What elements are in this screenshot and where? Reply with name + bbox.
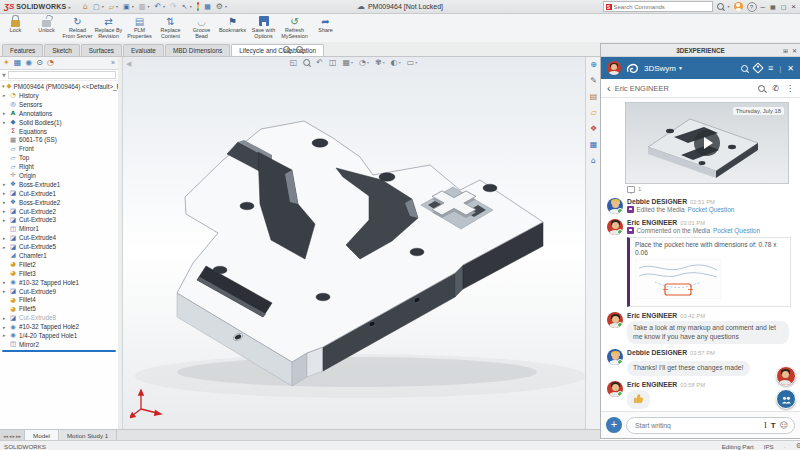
back-chevron-icon[interactable]: ‹ <box>607 83 611 93</box>
command-tab[interactable]: Surfaces <box>81 44 122 56</box>
configurationmanager-tab-icon[interactable]: ◉ <box>25 58 32 67</box>
swym-close-icon[interactable]: ✕ <box>787 64 794 73</box>
tree-item[interactable]: ▸ Cut-Extrude2 <box>0 207 118 216</box>
select-cursor-icon[interactable]: ↖ <box>182 2 188 12</box>
user-avatar[interactable] <box>607 61 621 75</box>
group-members-button[interactable] <box>776 389 796 409</box>
avatar[interactable] <box>607 198 623 214</box>
panel-splitter[interactable] <box>118 56 123 429</box>
undo-dropdown-icon[interactable]: ▾ <box>163 4 165 9</box>
settings-gear-icon[interactable]: ⚙ <box>216 2 223 12</box>
search-commands-box[interactable]: S <box>603 1 713 12</box>
expand-arrow-icon[interactable]: ▸ <box>3 217 7 223</box>
tree-item[interactable]: ▸ Origin <box>0 171 118 180</box>
expand-arrow-icon[interactable]: ▸ <box>3 208 7 214</box>
tag-icon[interactable] <box>752 62 763 73</box>
next-tab-icon[interactable]: ▸ <box>13 433 16 439</box>
search-dropdown-icon[interactable]: ▾ <box>728 4 730 9</box>
tree-item[interactable]: ▸ Mirror1 <box>0 224 118 233</box>
tree-item[interactable]: ▸ Cut-Extrude9 <box>0 287 118 296</box>
tree-item[interactable]: ▸ Solid Bodies(1) <box>0 118 118 127</box>
tree-item[interactable]: ▸ Top <box>0 153 118 162</box>
cad-part-model[interactable] <box>122 56 585 429</box>
quoted-comment[interactable]: Place the pocket here with dimensions of… <box>627 237 791 307</box>
tree-item[interactable]: ▸ History <box>0 91 118 100</box>
tree-item[interactable]: ▸ Cut-Extrude5 <box>0 242 118 251</box>
select-dropdown-icon[interactable]: ▾ <box>190 4 192 9</box>
tree-item[interactable]: ▸ Cut-Extrude3 <box>0 215 118 224</box>
tree-item[interactable]: ▸ Cut-Extrude1 <box>0 189 118 198</box>
media-link[interactable]: Pocket Question <box>713 227 760 234</box>
more-options-icon[interactable]: ⋮ <box>786 84 794 93</box>
unlock-button[interactable]: Unlock <box>31 14 62 34</box>
text-cursor-icon[interactable]: I <box>764 420 767 430</box>
status-gear-icon[interactable]: ⚙ <box>796 442 800 450</box>
design-library-icon[interactable]: ✎ <box>590 76 597 85</box>
settings-dropdown-icon[interactable]: ▾ <box>225 4 227 9</box>
tree-item[interactable]: ▸ Fillet5 <box>0 304 118 313</box>
tree-item[interactable]: ▸ Chamfer1 <box>0 251 118 260</box>
expand-arrow-icon[interactable]: ▸ <box>3 315 7 321</box>
tree-filter-input[interactable] <box>8 71 116 79</box>
undo-icon[interactable]: ↶ <box>154 2 161 12</box>
expand-arrow-icon[interactable]: ▸ <box>3 244 7 250</box>
panel-close-icon[interactable]: ✕ <box>792 47 797 54</box>
tree-item[interactable]: ▸ Annotations <box>0 109 118 118</box>
lock-button[interactable]: Lock <box>0 14 31 34</box>
toolbox-icon[interactable]: ▤ <box>590 92 598 101</box>
tree-item[interactable]: ▸ Boss-Extrude1 <box>0 180 118 189</box>
expand-arrow-icon[interactable]: ▸ <box>3 119 7 125</box>
windows-icon[interactable]: ▦ <box>204 2 211 12</box>
emoji-icon[interactable]: ☺ <box>780 421 788 430</box>
plm-properties-button[interactable]: ▤ PLM Properties <box>124 14 155 40</box>
play-icon[interactable] <box>694 130 720 156</box>
reload-from-server-button[interactable]: ↻ Reload From Server <box>62 14 93 40</box>
conversation-search-icon[interactable] <box>758 85 765 92</box>
member-avatar[interactable] <box>776 366 796 386</box>
tree-item[interactable]: ▸ Boss-Extrude2 <box>0 198 118 207</box>
expand-arrow-icon[interactable]: ▸ <box>3 332 7 338</box>
expand-arrow-icon[interactable]: ▸ <box>3 235 7 241</box>
pin-icon[interactable]: ⊞ <box>783 47 788 54</box>
print-icon[interactable]: ▥ <box>139 2 146 12</box>
expand-arrow-icon[interactable]: ▸ <box>3 288 7 294</box>
share-button[interactable]: ➦ Share <box>310 14 341 34</box>
replace-content-button[interactable]: ⇅ Replace Content <box>155 14 186 40</box>
filter-funnel-icon[interactable]: ▼ <box>2 72 6 78</box>
view-palette-icon[interactable]: ❖ <box>590 124 597 133</box>
groove-bead-button[interactable]: ◡ Groove Bead <box>186 14 217 40</box>
appearances-icon[interactable]: ▦ <box>590 140 598 149</box>
avatar[interactable] <box>607 312 623 328</box>
restore-icon[interactable]: ▢ <box>781 3 787 10</box>
text-format-icon[interactable]: T <box>771 421 776 430</box>
prev-tab-icon[interactable]: ◂ <box>9 433 12 439</box>
avatar[interactable] <box>607 381 623 397</box>
comment-count[interactable]: 1 <box>627 186 794 193</box>
command-tab[interactable]: MBD Dimensions <box>165 44 230 56</box>
tree-item[interactable]: ▸ Fillet2 <box>0 260 118 269</box>
swym-search-icon[interactable] <box>741 65 748 72</box>
expand-arrow-icon[interactable]: ▸ <box>3 110 7 116</box>
tabs-overflow-icon[interactable]: » <box>111 59 115 66</box>
menu-icon[interactable]: ≡ <box>768 63 773 73</box>
call-icon[interactable]: ✆ <box>772 84 779 93</box>
dimxpertmanager-tab-icon[interactable]: ⊙ <box>36 58 43 67</box>
featuremanager-tab-icon[interactable]: ✦ <box>3 58 10 67</box>
tree-item[interactable]: ▸ #10-32 Tapped Hole2 <box>0 322 118 331</box>
app-switcher[interactable]: 3DSwym ▼ <box>644 64 683 73</box>
tree-item[interactable]: ▸ Sensors <box>0 100 118 109</box>
app-logo[interactable]: ƷS SOLIDWORKS ▸ <box>0 2 75 11</box>
first-tab-icon[interactable]: ◂◂ <box>3 433 8 439</box>
tab-zoom-icon[interactable] <box>296 46 303 53</box>
tree-item[interactable]: ▸ Right <box>0 162 118 171</box>
command-tab[interactable]: Evaluate <box>123 44 164 56</box>
graphics-viewport[interactable]: ◀ ◱ ↶ ◫ ▦▾ ◔▾ ✾▾ ◐▾ ▭▾ <box>122 56 585 429</box>
custom-properties-icon[interactable]: ⌂ <box>591 156 596 165</box>
replace-by-revision-button[interactable]: ⇄ Replace By Revision <box>93 14 124 40</box>
search-icon[interactable] <box>717 3 724 10</box>
home-icon[interactable]: ⌂ <box>83 2 88 12</box>
search-commands-input[interactable] <box>614 4 710 10</box>
tree-item[interactable]: ▸ Cut-Extrude8 <box>0 313 118 322</box>
add-attachment-button[interactable]: + <box>606 417 622 433</box>
avatar[interactable] <box>607 349 623 365</box>
